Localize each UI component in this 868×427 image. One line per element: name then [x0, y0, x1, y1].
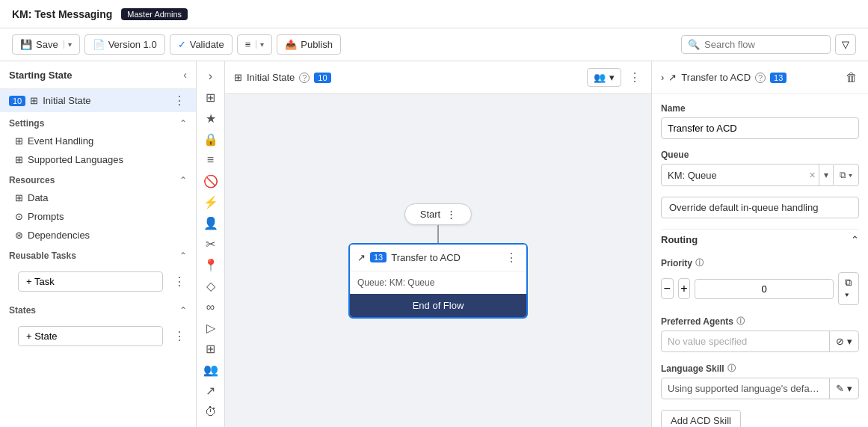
canvas-kebab-button[interactable]: ⋮ — [627, 70, 642, 85]
queue-clear-icon[interactable]: × — [806, 165, 819, 185]
supported-languages-item[interactable]: ⊞ Supported Languages — [0, 150, 196, 169]
states-chevron-icon[interactable]: ⌃ — [179, 305, 187, 316]
prompts-item[interactable]: ⊙ Prompts — [0, 207, 196, 226]
list-button[interactable]: ≡ ▾ — [237, 34, 273, 55]
right-panel-body: Name Queue KM: Queue × ▾ ⧉ ▾ Override de… — [652, 94, 868, 427]
language-skill-input[interactable]: Using supported language's default langu… — [661, 378, 859, 399]
priority-field-group: Priority ⓘ − + ⧉ ▾ — [661, 257, 859, 305]
tool-icon-6[interactable]: ⚡ — [200, 193, 222, 211]
canvas-header-title: Initial State — [247, 72, 295, 83]
resources-chevron-icon[interactable]: ⌃ — [179, 175, 187, 185]
priority-input[interactable] — [695, 279, 834, 299]
search-icon: 🔍 — [688, 39, 700, 50]
filter-button[interactable]: ▽ — [835, 34, 856, 55]
flow-node-queue: Queue: KM: Queue — [357, 277, 434, 288]
canvas: ⊞ Initial State ? 10 👥 ▾ ⋮ Start ⋮ — [225, 61, 651, 427]
priority-info-icon[interactable]: ⓘ — [695, 257, 704, 268]
tool-icon-8[interactable]: ✂ — [200, 236, 222, 254]
right-panel-close-button[interactable]: 🗑 — [844, 71, 859, 85]
master-admins-badge: Master Admins — [121, 8, 188, 20]
language-skill-label: Language Skill — [661, 363, 724, 374]
agents-icon: 👥 — [594, 72, 606, 83]
flow-node-kebab-button[interactable]: ⋮ — [504, 251, 519, 265]
priority-copy-button[interactable]: ⧉ ▾ — [838, 272, 859, 305]
flow-start-kebab-icon[interactable]: ⋮ — [446, 209, 456, 220]
name-input[interactable] — [661, 117, 859, 139]
preferred-agents-info-icon[interactable]: ⓘ — [736, 316, 745, 327]
initial-state-item[interactable]: 10 ⊞ Initial State ⋮ — [0, 89, 196, 112]
tasks-kebab-button[interactable]: ⋮ — [172, 274, 187, 289]
tool-icon-12[interactable]: ▷ — [200, 319, 222, 337]
dependencies-icon: ⊛ — [15, 230, 23, 241]
save-icon: 💾 — [20, 39, 32, 50]
tool-icon-7[interactable]: 👤 — [200, 214, 222, 232]
expand-left-button[interactable]: › — [200, 67, 222, 85]
routing-chevron-icon[interactable]: ⌃ — [851, 234, 859, 245]
canvas-help-icon[interactable]: ? — [299, 73, 310, 83]
tool-icon-11[interactable]: ∞ — [200, 298, 222, 316]
list-icon: ≡ — [245, 39, 251, 50]
canvas-agents-button[interactable]: 👥 ▾ — [587, 68, 621, 87]
add-state-button[interactable]: + State — [18, 326, 163, 346]
event-handling-item[interactable]: ⊞ Event Handling — [0, 132, 196, 150]
right-panel-help-icon[interactable]: ? — [755, 73, 766, 83]
queue-arrow-icon[interactable]: ▾ — [819, 165, 834, 185]
validate-check-icon: ✓ — [178, 39, 186, 50]
preferred-agents-input[interactable]: No value specified ⊘ ▾ — [661, 331, 859, 352]
tool-icon-10[interactable]: ◇ — [200, 277, 222, 295]
save-caret-icon: ▾ — [64, 40, 72, 49]
settings-chevron-icon[interactable]: ⌃ — [179, 118, 187, 129]
flow-start-node: Start ⋮ — [404, 203, 472, 225]
queue-label: Queue — [661, 150, 689, 160]
queue-copy-button[interactable]: ⧉ ▾ — [834, 165, 858, 185]
tool-icon-14[interactable]: 👥 — [200, 361, 222, 379]
flow-node-title: Transfer to ACD — [391, 252, 461, 263]
data-item[interactable]: ⊞ Data — [0, 188, 196, 207]
tool-icon-15[interactable]: ↗ — [200, 382, 222, 400]
tool-icon-4[interactable]: ≡ — [200, 151, 222, 169]
search-box[interactable]: 🔍 — [681, 35, 831, 54]
override-btn[interactable]: Override default in-queue handling — [661, 197, 859, 218]
right-panel-chevron-icon[interactable]: › — [661, 72, 664, 83]
validate-button[interactable]: ✓ Validate — [170, 34, 233, 55]
tool-icon-9[interactable]: 📍 — [200, 256, 222, 274]
publish-icon: 📤 — [285, 39, 297, 50]
sidebar-collapse-button[interactable]: ‹ — [183, 69, 187, 81]
tool-icon-3[interactable]: 🔒 — [200, 130, 222, 148]
add-acd-skill-button[interactable]: Add ACD Skill — [661, 410, 741, 427]
routing-title: Routing — [661, 234, 698, 245]
version-button[interactable]: 📄 Version 1.0 — [84, 34, 165, 55]
add-state-row: + State ⋮ — [0, 319, 196, 354]
preferred-agents-icon[interactable]: ⊘ ▾ — [829, 331, 858, 351]
states-kebab-button[interactable]: ⋮ — [172, 329, 187, 343]
right-panel-badge: 13 — [770, 73, 787, 83]
language-skill-info-icon[interactable]: ⓘ — [727, 363, 736, 374]
initial-state-kebab-button[interactable]: ⋮ — [172, 93, 187, 108]
tool-icon-13[interactable]: ⊞ — [200, 340, 222, 358]
canvas-node-icon: ⊞ — [234, 72, 242, 83]
tool-icon-5[interactable]: 🚫 — [200, 172, 222, 190]
dependencies-item[interactable]: ⊛ Dependencies — [0, 226, 196, 245]
preferred-agents-placeholder: No value specified — [662, 331, 829, 351]
routing-section-divider: Routing ⌃ — [661, 229, 859, 250]
reusable-tasks-chevron-icon[interactable]: ⌃ — [179, 251, 187, 261]
priority-plus-button[interactable]: + — [678, 278, 691, 299]
preferred-agents-field-group: Preferred Agents ⓘ No value specified ⊘ … — [661, 316, 859, 352]
canvas-body: Start ⋮ ↗ 13 Transfer to ACD ⋮ Queue: — [225, 94, 651, 427]
states-section-header: States ⌃ — [0, 299, 196, 319]
right-panel-header: › ↗ Transfer to ACD ? 13 🗑 — [652, 61, 868, 94]
priority-minus-button[interactable]: − — [661, 278, 674, 299]
tool-icon-16[interactable]: ⏱ — [200, 403, 222, 421]
save-button[interactable]: 💾 Save ▾ — [12, 34, 80, 55]
supported-languages-icon: ⊞ — [15, 154, 23, 165]
queue-select[interactable]: KM: Queue × ▾ ⧉ ▾ — [661, 164, 859, 186]
tool-icon-2[interactable]: ★ — [200, 109, 222, 127]
flow-transfer-node[interactable]: ↗ 13 Transfer to ACD ⋮ Queue: KM: Queue … — [348, 243, 528, 319]
add-task-button[interactable]: + Task — [18, 271, 163, 292]
search-input[interactable] — [704, 39, 824, 50]
name-field-group: Name — [661, 103, 859, 139]
tool-icon-1[interactable]: ⊞ — [200, 88, 222, 106]
language-skill-edit-button[interactable]: ✎ ▾ — [829, 378, 858, 399]
publish-button[interactable]: 📤 Publish — [277, 34, 341, 55]
filter-icon: ▽ — [842, 39, 849, 50]
